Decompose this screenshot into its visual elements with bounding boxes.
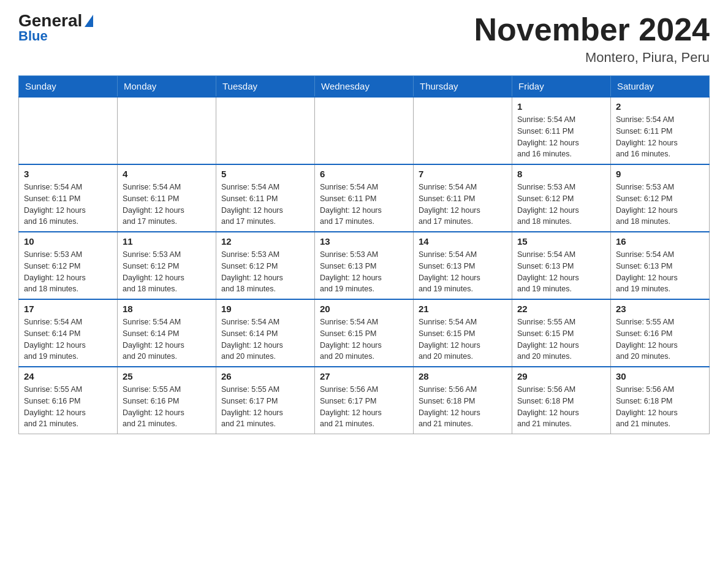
day-info: Sunrise: 5:54 AM Sunset: 6:11 PM Dayligh… <box>320 182 408 228</box>
calendar-header-row: SundayMondayTuesdayWednesdayThursdayFrid… <box>19 76 710 98</box>
day-number: 17 <box>24 304 112 314</box>
day-info: Sunrise: 5:56 AM Sunset: 6:17 PM Dayligh… <box>320 384 408 430</box>
calendar-cell: 29Sunrise: 5:56 AM Sunset: 6:18 PM Dayli… <box>512 367 611 434</box>
calendar-cell: 2Sunrise: 5:54 AM Sunset: 6:11 PM Daylig… <box>611 97 710 164</box>
day-number: 13 <box>320 236 408 247</box>
calendar-cell: 5Sunrise: 5:54 AM Sunset: 6:11 PM Daylig… <box>216 164 315 232</box>
calendar-cell: 30Sunrise: 5:56 AM Sunset: 6:18 PM Dayli… <box>611 367 710 434</box>
day-info: Sunrise: 5:55 AM Sunset: 6:16 PM Dayligh… <box>123 384 211 430</box>
logo-blue-text: Blue <box>18 29 48 43</box>
title-block: November 2024 Montero, Piura, Peru <box>474 12 710 66</box>
day-info: Sunrise: 5:55 AM Sunset: 6:16 PM Dayligh… <box>616 316 704 362</box>
calendar-cell: 14Sunrise: 5:54 AM Sunset: 6:13 PM Dayli… <box>414 232 512 299</box>
calendar-cell: 12Sunrise: 5:53 AM Sunset: 6:12 PM Dayli… <box>216 232 315 299</box>
logo-triangle-icon <box>85 15 93 27</box>
calendar-week-row: 10Sunrise: 5:53 AM Sunset: 6:12 PM Dayli… <box>19 232 710 299</box>
day-info: Sunrise: 5:53 AM Sunset: 6:12 PM Dayligh… <box>517 182 605 228</box>
calendar-cell <box>315 97 414 164</box>
day-number: 2 <box>616 101 704 112</box>
calendar-cell: 8Sunrise: 5:53 AM Sunset: 6:12 PM Daylig… <box>512 164 611 232</box>
calendar-table: SundayMondayTuesdayWednesdayThursdayFrid… <box>18 75 710 434</box>
day-info: Sunrise: 5:54 AM Sunset: 6:15 PM Dayligh… <box>419 316 507 362</box>
calendar-cell: 27Sunrise: 5:56 AM Sunset: 6:17 PM Dayli… <box>315 367 414 434</box>
calendar-cell <box>216 97 315 164</box>
calendar-cell: 9Sunrise: 5:53 AM Sunset: 6:12 PM Daylig… <box>611 164 710 232</box>
calendar-cell: 19Sunrise: 5:54 AM Sunset: 6:14 PM Dayli… <box>216 299 315 367</box>
day-number: 14 <box>419 236 507 247</box>
calendar-cell: 22Sunrise: 5:55 AM Sunset: 6:15 PM Dayli… <box>512 299 611 367</box>
calendar-cell: 25Sunrise: 5:55 AM Sunset: 6:16 PM Dayli… <box>118 367 216 434</box>
day-info: Sunrise: 5:53 AM Sunset: 6:12 PM Dayligh… <box>24 249 112 295</box>
day-info: Sunrise: 5:56 AM Sunset: 6:18 PM Dayligh… <box>616 384 704 430</box>
weekday-header-friday: Friday <box>512 76 611 98</box>
day-number: 26 <box>221 371 309 381</box>
day-number: 24 <box>24 371 112 381</box>
day-number: 7 <box>419 169 507 179</box>
day-info: Sunrise: 5:54 AM Sunset: 6:15 PM Dayligh… <box>320 316 408 362</box>
calendar-cell: 4Sunrise: 5:54 AM Sunset: 6:11 PM Daylig… <box>118 164 216 232</box>
day-number: 5 <box>221 169 309 179</box>
calendar-cell <box>19 97 118 164</box>
day-info: Sunrise: 5:54 AM Sunset: 6:13 PM Dayligh… <box>517 249 605 295</box>
day-number: 29 <box>517 371 605 381</box>
day-info: Sunrise: 5:55 AM Sunset: 6:16 PM Dayligh… <box>24 384 112 430</box>
day-number: 20 <box>320 304 408 314</box>
logo: General Blue <box>18 12 93 43</box>
day-number: 10 <box>24 236 112 247</box>
day-number: 22 <box>517 304 605 314</box>
calendar-cell: 7Sunrise: 5:54 AM Sunset: 6:11 PM Daylig… <box>414 164 512 232</box>
day-info: Sunrise: 5:54 AM Sunset: 6:14 PM Dayligh… <box>123 316 211 362</box>
calendar-cell <box>118 97 216 164</box>
calendar-cell: 13Sunrise: 5:53 AM Sunset: 6:13 PM Dayli… <box>315 232 414 299</box>
day-info: Sunrise: 5:55 AM Sunset: 6:17 PM Dayligh… <box>221 384 309 430</box>
calendar-cell: 17Sunrise: 5:54 AM Sunset: 6:14 PM Dayli… <box>19 299 118 367</box>
day-info: Sunrise: 5:53 AM Sunset: 6:13 PM Dayligh… <box>320 249 408 295</box>
day-info: Sunrise: 5:54 AM Sunset: 6:11 PM Dayligh… <box>419 182 507 228</box>
calendar-cell: 26Sunrise: 5:55 AM Sunset: 6:17 PM Dayli… <box>216 367 315 434</box>
day-info: Sunrise: 5:54 AM Sunset: 6:11 PM Dayligh… <box>616 114 704 160</box>
day-number: 25 <box>123 371 211 381</box>
day-info: Sunrise: 5:53 AM Sunset: 6:12 PM Dayligh… <box>221 249 309 295</box>
day-number: 6 <box>320 169 408 179</box>
weekday-header-monday: Monday <box>118 76 216 98</box>
day-number: 23 <box>616 304 704 314</box>
calendar-cell: 18Sunrise: 5:54 AM Sunset: 6:14 PM Dayli… <box>118 299 216 367</box>
day-info: Sunrise: 5:55 AM Sunset: 6:15 PM Dayligh… <box>517 316 605 362</box>
calendar-week-row: 3Sunrise: 5:54 AM Sunset: 6:11 PM Daylig… <box>19 164 710 232</box>
calendar-week-row: 1Sunrise: 5:54 AM Sunset: 6:11 PM Daylig… <box>19 97 710 164</box>
day-number: 12 <box>221 236 309 247</box>
calendar-cell: 28Sunrise: 5:56 AM Sunset: 6:18 PM Dayli… <box>414 367 512 434</box>
day-info: Sunrise: 5:53 AM Sunset: 6:12 PM Dayligh… <box>123 249 211 295</box>
day-number: 11 <box>123 236 211 247</box>
weekday-header-sunday: Sunday <box>19 76 118 98</box>
logo-general-text: General <box>18 12 82 29</box>
location-title: Montero, Piura, Peru <box>474 50 710 66</box>
calendar-week-row: 24Sunrise: 5:55 AM Sunset: 6:16 PM Dayli… <box>19 367 710 434</box>
calendar-cell <box>414 97 512 164</box>
calendar-cell: 20Sunrise: 5:54 AM Sunset: 6:15 PM Dayli… <box>315 299 414 367</box>
weekday-header-saturday: Saturday <box>611 76 710 98</box>
day-number: 15 <box>517 236 605 247</box>
calendar-cell: 10Sunrise: 5:53 AM Sunset: 6:12 PM Dayli… <box>19 232 118 299</box>
day-info: Sunrise: 5:54 AM Sunset: 6:13 PM Dayligh… <box>616 249 704 295</box>
weekday-header-wednesday: Wednesday <box>315 76 414 98</box>
day-number: 8 <box>517 169 605 179</box>
calendar-week-row: 17Sunrise: 5:54 AM Sunset: 6:14 PM Dayli… <box>19 299 710 367</box>
day-number: 19 <box>221 304 309 314</box>
day-info: Sunrise: 5:54 AM Sunset: 6:14 PM Dayligh… <box>24 316 112 362</box>
calendar-cell: 21Sunrise: 5:54 AM Sunset: 6:15 PM Dayli… <box>414 299 512 367</box>
calendar-cell: 1Sunrise: 5:54 AM Sunset: 6:11 PM Daylig… <box>512 97 611 164</box>
day-number: 4 <box>123 169 211 179</box>
calendar-cell: 6Sunrise: 5:54 AM Sunset: 6:11 PM Daylig… <box>315 164 414 232</box>
day-number: 3 <box>24 169 112 179</box>
day-info: Sunrise: 5:54 AM Sunset: 6:14 PM Dayligh… <box>221 316 309 362</box>
page-header: General Blue November 2024 Montero, Piur… <box>18 12 710 66</box>
month-title: November 2024 <box>474 12 710 47</box>
day-number: 27 <box>320 371 408 381</box>
day-number: 30 <box>616 371 704 381</box>
calendar-cell: 3Sunrise: 5:54 AM Sunset: 6:11 PM Daylig… <box>19 164 118 232</box>
day-number: 16 <box>616 236 704 247</box>
calendar-cell: 11Sunrise: 5:53 AM Sunset: 6:12 PM Dayli… <box>118 232 216 299</box>
calendar-cell: 23Sunrise: 5:55 AM Sunset: 6:16 PM Dayli… <box>611 299 710 367</box>
day-number: 21 <box>419 304 507 314</box>
